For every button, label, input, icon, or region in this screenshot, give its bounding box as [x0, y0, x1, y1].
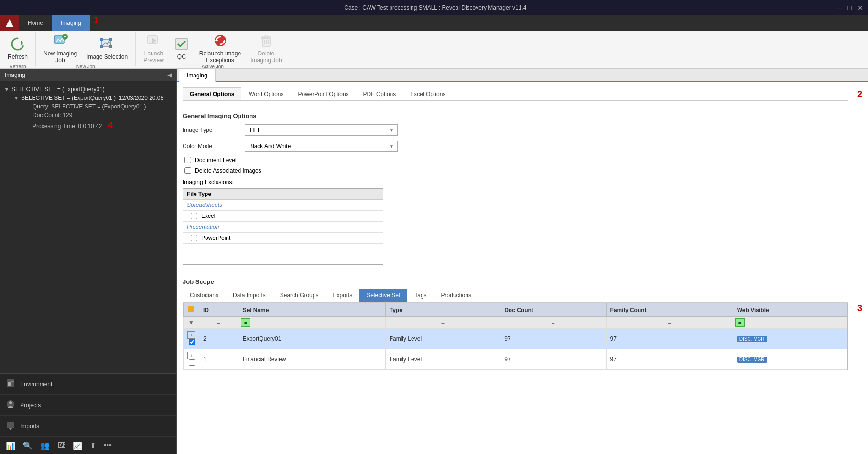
ribbon-group-refresh: Refresh Refresh [0, 32, 36, 66]
collapse-panel-icon[interactable]: ◀ [167, 72, 172, 78]
row1-expand-btn[interactable]: + [187, 331, 195, 339]
tree-detail-processing: Processing Time: 0:0:10:42 4 [33, 119, 173, 131]
exclusions-label: Imaging Exclusions: [183, 179, 862, 185]
nav-item-projects[interactable]: Projects [0, 395, 176, 416]
row1-family-count: 97 [606, 329, 733, 349]
annotation-3: 3 [857, 303, 862, 313]
svg-rect-23 [8, 382, 11, 386]
powerpoint-exclusion-checkbox[interactable] [191, 235, 197, 241]
web-visible-filter-badge[interactable]: ■ [735, 318, 745, 327]
delete-imaging-job-label: DeleteImaging Job [250, 50, 282, 64]
sub-tab-excel-options[interactable]: Excel Options [403, 87, 453, 100]
ribbon-group-new-job: + New ImagingJob Image Selection [36, 32, 136, 66]
nav-item-imports[interactable]: Imports [0, 416, 176, 437]
job-scope-section: Job Scope Custodians Data Imports Search… [183, 278, 862, 370]
filter-col-doc-count: = [500, 317, 606, 329]
qc-icon [174, 37, 189, 53]
bottom-icon-chart[interactable]: 📊 [6, 441, 15, 450]
app-tab-home[interactable]: Home [19, 15, 52, 31]
scope-tab-productions[interactable]: Productions [434, 289, 478, 302]
tree-child-item[interactable]: ▼ SELECTIVE SET = (ExportQuery01 )_12/03… [13, 94, 173, 102]
th-id: ID [199, 303, 239, 317]
relaunch-exceptions-icon [213, 34, 228, 49]
sub-tab-powerpoint-options[interactable]: PowerPoint Options [291, 87, 356, 100]
main-tab-imaging[interactable]: Imaging [179, 69, 216, 82]
sub-tab-general-options[interactable]: General Options [183, 87, 241, 100]
tree-detail-query: Query: SELECTIVE SET = (ExportQuery01 ) [33, 102, 173, 111]
powerpoint-exclusion-label: PowerPoint [201, 235, 230, 241]
job-scope-content: Custodians Data Imports Search Groups Ex… [183, 289, 848, 370]
row1-set-name: ExportQuery01 [239, 329, 385, 349]
delete-assoc-images-checkbox[interactable] [184, 167, 191, 174]
delete-assoc-images-row: Delete Associated Images [184, 167, 862, 174]
image-selection-button[interactable]: Image Selection [83, 34, 131, 63]
svg-marker-1 [21, 40, 23, 46]
scope-tab-exports[interactable]: Exports [326, 289, 359, 302]
row2-checkbox[interactable] [189, 359, 195, 366]
image-type-row: Image Type TIFF PDF PNG [183, 124, 862, 136]
app-tab-imaging[interactable]: Imaging [52, 15, 90, 31]
tree-arrow-root: ▼ [4, 86, 10, 93]
qc-button[interactable]: QC [170, 34, 194, 63]
new-imaging-job-button[interactable]: + New ImagingJob [40, 34, 81, 63]
left-panel-content: ▼ SELECTIVE SET = (ExportQuery01) ▼ SELE… [0, 81, 176, 373]
delete-imaging-job-button[interactable]: DeleteImaging Job [247, 34, 285, 63]
table-row[interactable]: + 1 Financial Review Family Level 97 97 [184, 349, 847, 370]
scope-tab-bar: Custodians Data Imports Search Groups Ex… [183, 289, 848, 303]
close-btn[interactable]: ✕ [857, 4, 863, 11]
document-level-label: Document Level [195, 157, 237, 163]
excel-exclusion-label: Excel [201, 213, 215, 219]
bottom-icon-users[interactable]: 👥 [40, 441, 50, 450]
relaunch-exceptions-button[interactable]: Relaunch ImageExceptions [195, 34, 245, 63]
table-row[interactable]: + 2 ExportQuery01 Family Level 97 97 [184, 329, 847, 349]
bottom-icon-search[interactable]: 🔍 [23, 441, 33, 450]
row1-id: 2 [199, 329, 239, 349]
filter-col-type: = [385, 317, 500, 329]
scope-tab-data-imports[interactable]: Data Imports [226, 289, 273, 302]
tree-child-label: SELECTIVE SET = (ExportQuery01 )_12/03/2… [21, 95, 163, 101]
launch-preview-button[interactable]: LaunchPreview [140, 34, 168, 63]
svg-text:+: + [64, 33, 67, 40]
color-mode-label: Color Mode [183, 143, 240, 150]
image-type-select[interactable]: TIFF PDF PNG [245, 124, 398, 136]
maximize-btn[interactable]: □ [848, 4, 852, 11]
nav-item-environment-label: Environment [20, 381, 52, 388]
refresh-icon [10, 37, 25, 53]
new-imaging-job-label: New ImagingJob [43, 50, 77, 64]
minimize-btn[interactable]: ─ [837, 4, 842, 11]
document-level-checkbox[interactable] [184, 157, 191, 163]
tree-root-item[interactable]: ▼ SELECTIVE SET = (ExportQuery01) [4, 85, 173, 94]
row2-expand-btn[interactable]: + [187, 352, 195, 359]
set-name-filter-badge[interactable]: ■ [241, 318, 251, 327]
bottom-icon-image[interactable]: 🖼 [57, 441, 65, 450]
scope-tab-search-groups[interactable]: Search Groups [273, 289, 326, 302]
sub-tab-pdf-options[interactable]: PDF Options [356, 87, 403, 100]
row2-checkbox-cell: + [184, 349, 199, 370]
filter-row: ▼ = ■ = = = ■ [184, 317, 847, 329]
svg-rect-24 [11, 381, 14, 382]
scope-tab-selective-set[interactable]: Selective Set [359, 289, 407, 302]
row1-checkbox[interactable] [189, 339, 195, 345]
excel-exclusion-checkbox[interactable] [191, 213, 197, 219]
svg-rect-27 [7, 422, 14, 428]
bottom-icon-more[interactable]: ••• [104, 441, 112, 450]
scope-tab-tags[interactable]: Tags [407, 289, 434, 302]
sub-tab-word-options[interactable]: Word Options [241, 87, 291, 100]
window-controls[interactable]: ─ □ ✕ [837, 4, 863, 11]
app-logo [0, 15, 19, 31]
general-imaging-options-title: General Imaging Options [183, 112, 862, 119]
bottom-icon-upload[interactable]: ⬆ [90, 441, 96, 450]
annotation-4: 4 [108, 120, 113, 130]
scope-tab-custodians[interactable]: Custodians [183, 289, 226, 302]
color-mode-select-wrapper: Black And White Color Grayscale [245, 141, 398, 152]
nav-item-environment[interactable]: Environment [0, 374, 176, 395]
color-mode-select[interactable]: Black And White Color Grayscale [245, 141, 398, 152]
th-set-name: Set Name [239, 303, 385, 317]
bottom-icon-analytics[interactable]: 📈 [73, 441, 82, 450]
row1-type: Family Level [385, 329, 500, 349]
refresh-button[interactable]: Refresh [4, 34, 32, 63]
job-scope-table: ID Set Name Type Doc Count Family Count … [183, 303, 847, 370]
projects-icon [6, 400, 15, 411]
environment-icon [6, 378, 15, 389]
left-panel: Imaging ◀ ▼ SELECTIVE SET = (ExportQuery… [0, 69, 177, 454]
